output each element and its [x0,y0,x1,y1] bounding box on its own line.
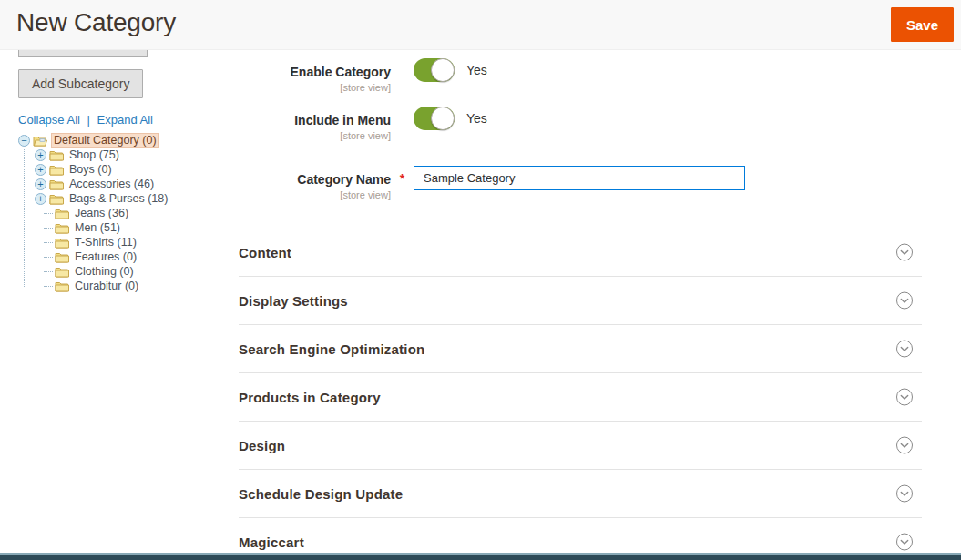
section-title: Magiccart [239,535,304,550]
tree-connector [44,242,53,243]
tree-item-label: Features (0) [73,250,138,263]
folder-icon [55,222,69,234]
tree-item-label: Jeans (36) [73,207,130,219]
field-label-block: Include in Menu [store view] [239,107,391,141]
folder-icon [55,280,69,292]
tree-item[interactable]: Jeans (36) [18,206,239,220]
folder-icon [49,149,64,161]
section-title: Design [239,438,285,453]
toggle-knob [431,107,455,130]
tree-item-label: Boys (0) [67,163,114,176]
category-sidebar: Add Subcategory Collapse All | Expand Al… [0,50,239,560]
chevron-down-icon[interactable] [895,436,914,454]
folder-icon [55,237,69,249]
category-form: Enable Category [store view] Yes Include… [239,50,922,560]
section-search-engine-optimization[interactable]: Search Engine Optimization [239,325,922,373]
tree-item-label: Accessories (46) [67,178,156,190]
chevron-down-icon[interactable] [895,533,914,551]
toggle-knob [431,58,455,82]
tree-item-label: Men (51) [73,221,122,234]
tree-item-label: Shop (75) [67,148,121,161]
tree-item[interactable]: −Default Category (0) [18,133,239,148]
store-view-scope: [store view] [239,82,391,93]
field-label-block: Category Name [store view] [239,166,391,200]
section-design[interactable]: Design [239,422,922,470]
folder-icon [55,251,69,263]
footer-strip-partial [0,553,961,560]
tree-item-label: T-Shirts (11) [73,236,138,249]
section-products-in-category[interactable]: Products in Category [239,373,922,422]
save-button[interactable]: Save [891,7,954,42]
section-display-settings[interactable]: Display Settings [239,277,922,325]
folder-icon [55,208,69,219]
section-title: Content [239,245,291,260]
tree-item[interactable]: Features (0) [18,249,239,264]
collapse-all-link[interactable]: Collapse All [18,113,80,127]
page: New Category Save Add Subcategory Collap… [0,0,961,560]
chevron-down-icon[interactable] [895,291,914,310]
section-title: Products in Category [239,390,381,405]
tree-item[interactable]: Men (51) [18,220,239,235]
category-name-input[interactable] [414,166,745,190]
content-area: Add Subcategory Collapse All | Expand Al… [0,50,961,560]
tree-item-label: Curabitur (0) [73,280,140,292]
field-control: Yes [414,107,487,130]
chevron-down-icon[interactable] [895,340,914,358]
section-schedule-design-update[interactable]: Schedule Design Update [239,470,922,518]
chevron-down-icon[interactable] [895,484,914,503]
expand-plus-icon[interactable]: + [35,164,46,176]
tree-connector [44,213,53,214]
expand-plus-icon[interactable]: + [35,193,46,205]
field-enable-category: Enable Category [store view] Yes [239,58,922,93]
store-view-scope: [store view] [239,130,391,141]
required-asterisk: * [391,166,414,186]
tree-item-label: Clothing (0) [73,265,136,278]
include-in-menu-toggle[interactable] [414,107,455,130]
tree-item-label: Bags & Purses (18) [67,192,169,205]
section-title: Display Settings [239,293,348,309]
chevron-down-icon[interactable] [895,388,914,406]
tree-item[interactable]: +Accessories (46) [18,177,239,191]
add-root-category-button-partial[interactable] [18,50,148,57]
chevron-down-icon[interactable] [895,243,914,261]
enable-category-toggle[interactable] [414,58,455,82]
folder-icon [49,193,64,205]
section-title: Schedule Design Update [239,486,403,502]
expand-all-link[interactable]: Expand All [97,113,153,127]
page-header: New Category Save [0,0,961,50]
tree-item[interactable]: T-Shirts (11) [18,235,239,249]
section-content[interactable]: Content [239,229,922,277]
store-view-scope: [store view] [239,189,391,200]
tree-item[interactable]: Clothing (0) [18,264,239,279]
toggle-value-label: Yes [466,111,487,126]
folder-icon [49,178,64,190]
include-in-menu-label: Include in Menu [294,113,391,127]
field-control [414,166,745,190]
tree-connector [44,257,53,258]
tree-item[interactable]: +Shop (75) [18,148,239,162]
open-folder-icon [33,135,47,147]
tree-item[interactable]: Curabitur (0) [18,279,239,293]
tree-connector [44,271,53,272]
expand-plus-icon[interactable]: + [35,149,46,161]
collapse-minus-icon[interactable]: − [18,135,30,147]
field-category-name: Category Name [store view] * [239,166,922,200]
category-tree: −Default Category (0)+Shop (75)+Boys (0)… [18,133,239,293]
tree-item-label: Default Category (0) [51,133,159,148]
tree-connector [44,228,53,229]
accordion-sections: ContentDisplay SettingsSearch Engine Opt… [239,229,922,560]
tree-item[interactable]: +Bags & Purses (18) [18,191,239,206]
field-label-block: Enable Category [store view] [239,58,391,93]
folder-icon [49,164,64,176]
section-title: Search Engine Optimization [239,341,424,357]
folder-icon [55,266,69,278]
tree-connector [44,286,53,287]
enable-category-label: Enable Category [291,65,391,79]
add-subcategory-button[interactable]: Add Subcategory [18,69,143,98]
field-include-in-menu: Include in Menu [store view] Yes [239,107,922,141]
category-name-label: Category Name [297,172,391,187]
expand-plus-icon[interactable]: + [35,178,46,190]
required-spacer [391,107,414,112]
tree-item[interactable]: +Boys (0) [18,162,239,177]
field-control: Yes [414,58,487,82]
